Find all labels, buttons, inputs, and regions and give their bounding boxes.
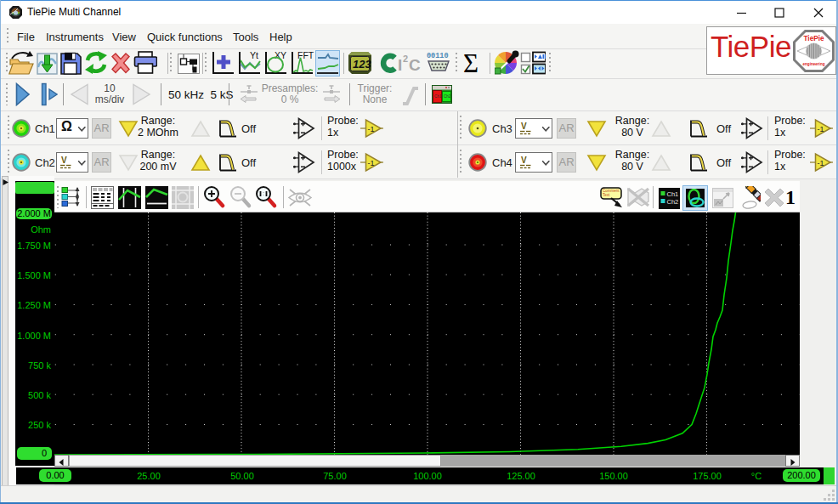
- svg-text:Ch1: Ch1: [667, 190, 679, 198]
- svg-text:2: 2: [403, 54, 408, 64]
- svg-text:C: C: [409, 56, 421, 74]
- svg-text:I: I: [398, 56, 402, 74]
- svg-text:00110: 00110: [427, 52, 449, 60]
- svg-text:Ch2: Ch2: [667, 198, 679, 206]
- svg-text:123: 123: [353, 58, 371, 71]
- svg-text:Yt: Yt: [250, 50, 258, 60]
- svg-text:Ch1: Ch1: [434, 94, 442, 99]
- svg-text:TiePie: TiePie: [804, 35, 824, 42]
- svg-text:engineering: engineering: [802, 62, 824, 66]
- svg-text:Ch2: Ch2: [444, 94, 451, 99]
- svg-text:Text: Text: [603, 193, 610, 197]
